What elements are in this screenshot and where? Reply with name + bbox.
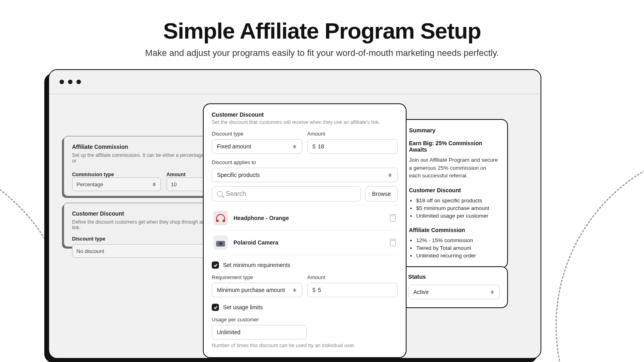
chevron-updown-icon	[293, 144, 297, 149]
page-title: Simple Affiliate Program Setup	[0, 18, 644, 44]
summary-cd-list: $18 off on specific products $5 minimum …	[416, 197, 499, 220]
commission-amount-value: 10	[171, 181, 177, 187]
summary-ac-title: Affiliate Commission	[409, 227, 499, 233]
min-requirements-label: Set minimum requirements	[223, 262, 290, 268]
requirement-amount-label: Amount	[307, 274, 398, 280]
summary-headline: Earn Big: 25% Commission Awaits	[409, 140, 499, 153]
usage-per-customer-value: Unlimited	[217, 329, 240, 335]
commission-type-label: Commission type	[72, 172, 161, 177]
summary-item: Unlimited usage per customer	[416, 212, 499, 220]
commission-type-value: Percentage	[76, 181, 103, 187]
customer-discount-panel: Customer Discount Set the discount that …	[203, 103, 407, 358]
status-title: Status	[408, 274, 500, 280]
hero: Simple Affiliate Program Setup Make and …	[0, 0, 644, 58]
summary-panel: Summary Earn Big: 25% Commission Awaits …	[400, 119, 508, 268]
applies-to-label: Discount applies to	[212, 159, 398, 165]
summary-body: Join our Affiliate Program and secure a …	[409, 156, 499, 180]
product-thumbnail-camera	[213, 235, 228, 250]
discount-type-value: No discount	[76, 248, 104, 254]
summary-item: Tiered by Total amount	[416, 244, 499, 252]
decorative-arc-right	[555, 145, 644, 362]
discount-type-value: Fixed amount	[217, 143, 251, 150]
summary-item: $18 off on specific products	[416, 197, 499, 204]
summary-item: $5 minimum purchase amount	[416, 204, 499, 212]
window-zoom-icon[interactable]	[76, 80, 81, 84]
panel-subtitle: Set the discount that customers will rec…	[212, 119, 398, 125]
window-titlebar	[49, 70, 541, 94]
search-icon	[217, 191, 223, 197]
product-search-input[interactable]: Search	[212, 186, 361, 202]
discount-type-label: Discount type	[212, 131, 302, 137]
currency-prefix: $	[312, 287, 316, 293]
window-controls	[60, 80, 81, 84]
summary-cd-title: Customer Discount	[409, 187, 499, 193]
discount-amount-input[interactable]: $ 18	[307, 139, 398, 154]
summary-item: Unlimited recurring order	[416, 252, 499, 259]
discount-amount-value: 18	[318, 143, 324, 150]
requirement-type-label: Requirement type	[212, 274, 302, 280]
search-placeholder: Search	[226, 190, 246, 197]
summary-item: 12% - 15% commission	[416, 237, 499, 244]
usage-limits-checkbox[interactable]	[212, 304, 219, 311]
browse-label: Browse	[372, 191, 391, 197]
check-icon	[213, 305, 218, 310]
product-name: Polaroid Camera	[233, 239, 384, 246]
summary-title: Summary	[409, 127, 499, 134]
product-row: Headphone - Orange	[212, 206, 398, 230]
summary-ac-list: 12% - 15% commission Tiered by Total amo…	[416, 237, 499, 259]
chevron-updown-icon	[388, 172, 392, 178]
usage-per-customer-input[interactable]: Unlimited	[212, 325, 307, 339]
usage-per-customer-label: Usage per customer	[212, 317, 398, 323]
requirement-type-select[interactable]: Minimum purchase amount	[212, 283, 302, 297]
page-subtitle: Make and adjust your programs easily to …	[0, 48, 644, 58]
status-value: Active	[413, 289, 429, 295]
min-requirements-checkbox[interactable]	[212, 261, 219, 269]
currency-prefix: $	[312, 143, 316, 150]
requirement-amount-input[interactable]: $ 5	[307, 283, 398, 297]
applies-to-value: Specific products	[217, 172, 260, 178]
product-row: Polaroid Camera	[212, 230, 398, 255]
usage-limits-label: Set usage limits	[223, 304, 263, 311]
chevron-updown-icon	[293, 287, 297, 293]
discount-amount-label: Amount	[307, 131, 398, 137]
commission-type-select[interactable]: Percentage	[72, 177, 161, 191]
requirement-type-value: Minimum purchase amount	[217, 287, 285, 293]
trash-icon[interactable]	[390, 239, 396, 246]
discount-type-select[interactable]: Fixed amount	[212, 139, 302, 154]
window-close-icon[interactable]	[60, 80, 64, 84]
panel-title: Customer Discount	[212, 111, 398, 118]
product-list: Headphone - Orange Polaroid Camera	[212, 206, 398, 255]
chevron-updown-icon	[491, 289, 495, 295]
trash-icon[interactable]	[390, 214, 396, 222]
browse-button[interactable]: Browse	[365, 186, 398, 202]
status-panel: Status Active	[400, 266, 508, 308]
chevron-updown-icon	[153, 181, 157, 187]
window-minimize-icon[interactable]	[68, 80, 72, 84]
check-icon	[213, 263, 218, 267]
usage-help-text: Number of times this discount can be use…	[212, 343, 398, 348]
status-select[interactable]: Active	[408, 285, 500, 299]
applies-to-select[interactable]: Specific products	[212, 168, 398, 182]
requirement-amount-value: 5	[318, 287, 321, 293]
product-thumbnail-headphone	[213, 211, 228, 225]
product-name: Headphone - Orange	[233, 215, 384, 221]
